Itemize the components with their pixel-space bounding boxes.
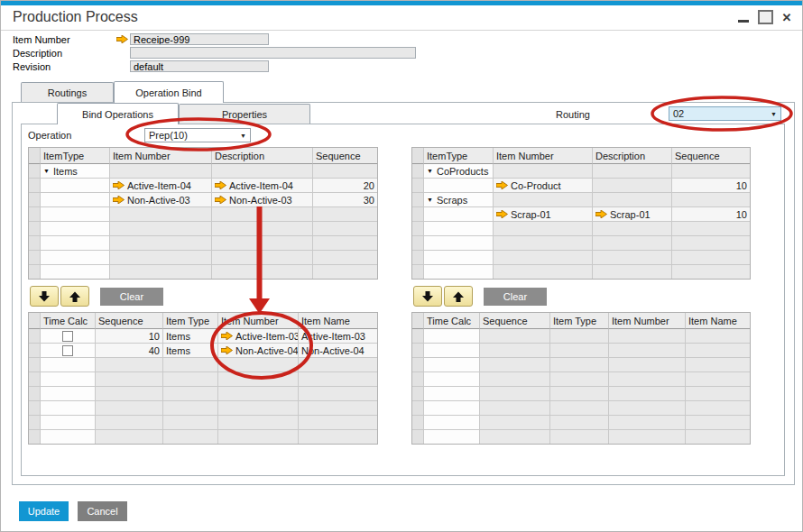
row-selector[interactable] (29, 344, 41, 358)
cell-item-type[interactable] (41, 251, 110, 265)
row-selector[interactable] (29, 222, 41, 236)
cell-sequence[interactable] (313, 164, 378, 179)
table-row[interactable] (412, 222, 750, 236)
cell-sequence[interactable] (480, 329, 550, 344)
cell-item-number[interactable] (110, 164, 212, 179)
cell-item-type[interactable] (41, 179, 110, 193)
cell-description[interactable] (593, 265, 672, 280)
cell-item-name[interactable] (299, 430, 378, 445)
row-selector[interactable] (412, 430, 424, 445)
cell-item-type[interactable]: ▼CoProducts (424, 164, 494, 179)
row-selector[interactable] (29, 372, 41, 387)
table-row[interactable] (412, 265, 750, 280)
cell-item-name[interactable] (299, 416, 378, 430)
cell-description[interactable] (593, 251, 672, 265)
cell-description[interactable] (593, 236, 672, 251)
cell-description[interactable] (593, 164, 672, 179)
cell-item-name[interactable] (299, 401, 378, 416)
row-selector[interactable] (412, 164, 424, 179)
cell-sequence[interactable] (480, 344, 550, 358)
move-down-button-right[interactable] (413, 286, 442, 307)
cell-item-number[interactable] (609, 329, 686, 344)
table-row[interactable]: ▼CoProducts (412, 164, 750, 179)
cell-description[interactable] (212, 222, 313, 236)
cell-item-number[interactable] (494, 164, 593, 179)
table-row[interactable] (29, 401, 377, 416)
table-row[interactable] (412, 372, 750, 387)
group-collapse-icon[interactable]: ▼ (43, 168, 50, 174)
row-selector[interactable] (412, 265, 424, 280)
cell-item-number[interactable] (218, 372, 299, 387)
cell-description[interactable] (212, 236, 313, 251)
cell-item-type[interactable] (424, 207, 494, 222)
cell-sequence[interactable] (480, 387, 550, 401)
row-selector[interactable] (29, 401, 41, 416)
operation-dropdown[interactable]: Prep(10) ▼ (144, 128, 251, 142)
cell-item-number[interactable] (494, 236, 593, 251)
table-row[interactable] (412, 251, 750, 265)
cell-sequence[interactable] (313, 207, 378, 222)
cell-item-type[interactable] (163, 387, 218, 401)
row-selector[interactable] (412, 236, 424, 251)
row-selector[interactable] (29, 251, 41, 265)
table-row[interactable] (29, 222, 377, 236)
cell-item-type[interactable] (41, 236, 110, 251)
row-selector[interactable] (412, 372, 424, 387)
cell-item-name[interactable]: Non-Active-04 (299, 344, 378, 358)
cell-item-type[interactable] (163, 372, 218, 387)
row-selector[interactable] (29, 236, 41, 251)
cell-item-type[interactable]: Items (163, 344, 218, 358)
row-selector[interactable] (29, 430, 41, 445)
row-selector[interactable] (29, 179, 41, 193)
cell-item-type[interactable] (550, 372, 609, 387)
cell-item-number[interactable] (110, 251, 212, 265)
table-row[interactable] (412, 329, 750, 344)
tab-properties[interactable]: Properties (179, 104, 310, 124)
cell-description[interactable] (593, 222, 672, 236)
cell-item-type[interactable] (41, 207, 110, 222)
row-selector-header[interactable] (29, 148, 41, 164)
description-field[interactable] (130, 47, 416, 59)
row-selector[interactable] (412, 358, 424, 372)
table-row[interactable]: Active-Item-04 Active-Item-0420 (29, 179, 377, 193)
cell-item-number[interactable] (110, 222, 212, 236)
clear-button-left[interactable]: Clear (100, 288, 163, 306)
cell-item-number[interactable]: Co-Product (494, 179, 593, 193)
cell-sequence[interactable] (313, 236, 378, 251)
cell-sequence[interactable] (480, 358, 550, 372)
row-selector-header[interactable] (412, 148, 424, 164)
cell-time-calc[interactable] (424, 430, 480, 445)
row-selector-header[interactable] (29, 313, 41, 329)
close-button[interactable]: ✕ (779, 10, 795, 24)
row-selector[interactable] (29, 193, 41, 207)
row-selector[interactable] (29, 329, 41, 344)
cell-item-type[interactable] (424, 236, 494, 251)
cell-item-type[interactable]: Items (163, 329, 218, 344)
cell-item-type[interactable] (424, 222, 494, 236)
cell-item-name[interactable] (686, 401, 751, 416)
cell-item-type[interactable]: ▼Items (41, 164, 110, 179)
cell-item-name[interactable] (686, 416, 751, 430)
cell-sequence[interactable] (96, 430, 163, 445)
cell-sequence[interactable] (96, 401, 163, 416)
cell-time-calc[interactable] (424, 329, 480, 344)
cell-time-calc[interactable] (41, 416, 96, 430)
cell-item-number[interactable] (110, 265, 212, 280)
link-arrow-icon[interactable] (113, 196, 125, 204)
cell-sequence[interactable] (96, 372, 163, 387)
cell-sequence[interactable]: 40 (96, 344, 163, 358)
cell-item-name[interactable] (686, 329, 751, 344)
row-selector[interactable] (29, 265, 41, 280)
cell-sequence[interactable] (672, 164, 751, 179)
table-row[interactable] (412, 358, 750, 372)
cell-description[interactable] (593, 193, 672, 207)
table-row[interactable] (29, 265, 377, 280)
cell-item-number[interactable] (494, 193, 593, 207)
table-row[interactable]: 40Items Non-Active-04Non-Active-04 (29, 344, 377, 358)
link-arrow-icon[interactable] (116, 35, 128, 43)
cell-item-number[interactable] (609, 344, 686, 358)
cell-description[interactable] (212, 251, 313, 265)
time-calc-checkbox[interactable] (62, 331, 73, 342)
cell-item-name[interactable] (299, 358, 378, 372)
row-selector[interactable] (412, 416, 424, 430)
